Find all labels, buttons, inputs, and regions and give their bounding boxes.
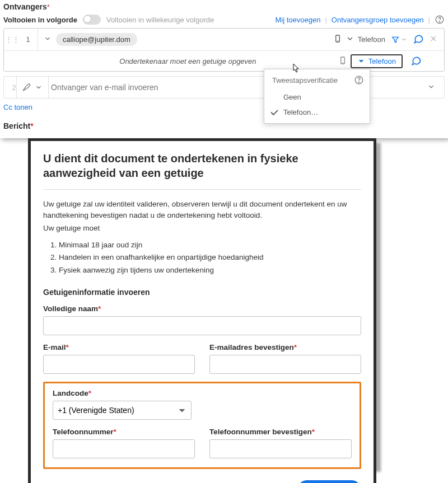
add-recipient-group-link[interactable]: Ontvangersgroep toevoegen (332, 16, 424, 24)
recipient-email-chip[interactable]: calliope@jupiter.dom (56, 33, 137, 46)
tsv-option-phone[interactable]: Telefoon… (264, 105, 370, 120)
close-icon[interactable] (430, 35, 437, 44)
email-confirm-input[interactable] (209, 355, 361, 374)
chevron-down-icon[interactable] (346, 34, 354, 45)
full-name-input[interactable] (43, 316, 361, 335)
drag-handle-icon[interactable]: ⋮⋮ (7, 35, 17, 44)
phone-label: Telefoonnummer (53, 428, 114, 436)
modal-title: U dient dit document te ondertekenen in … (43, 151, 361, 180)
svg-point-10 (358, 82, 359, 82)
tsv-title: Tweestapsverificatie (272, 76, 338, 85)
help-icon[interactable] (435, 15, 445, 25)
help-icon[interactable] (354, 75, 364, 85)
country-code-select[interactable]: +1 (Verenigde Staten) (53, 401, 192, 420)
witness-auth-label: Telefoon (368, 57, 396, 65)
message-label: Bericht (3, 121, 30, 130)
filter-icon[interactable] (391, 35, 407, 44)
tsv-option-none[interactable]: Geen (264, 90, 370, 105)
recipient-order-number: 1 (22, 35, 34, 44)
recipient-order-number: 2 (4, 83, 16, 92)
recipients-label: Ontvangers (3, 2, 47, 11)
email-input[interactable] (43, 355, 195, 374)
email-confirm-label: E-mailadres bevestigen (209, 343, 294, 351)
cursor-icon (290, 63, 301, 75)
witness-info-heading: Getuigeninformatie invoeren (43, 288, 361, 297)
continue-button[interactable]: Doorgaan (297, 480, 361, 483)
chevron-down-icon[interactable] (35, 83, 43, 91)
recipient-row: 2 (3, 76, 445, 99)
country-code-label: Landcode (53, 389, 88, 397)
email-label: E-mail (43, 343, 66, 351)
modal-paragraph: Uw getuige moet (43, 223, 361, 234)
witness-modal: U dient dit document te ondertekenen in … (28, 138, 376, 483)
phone-input[interactable] (53, 439, 195, 458)
svg-marker-4 (393, 37, 399, 42)
witness-row: Ondertekenaar moet een getuige opgeven T… (4, 51, 444, 71)
recipient-row: ⋮⋮ 1 calliope@jupiter.dom Telefoon (4, 29, 444, 51)
order-toggle[interactable] (83, 15, 101, 25)
modal-requirement-item: Minimaal 18 jaar oud zijn (59, 240, 361, 251)
phone-confirm-input[interactable] (209, 439, 352, 458)
auth-method-label: Telefoon (358, 35, 385, 44)
add-me-link[interactable]: Mij toevoegen (275, 16, 320, 24)
recipient-role-dropdown[interactable] (44, 35, 52, 44)
random-order-label: Voltooien in willekeurige volgorde (106, 16, 214, 24)
chevron-down-icon[interactable] (418, 83, 444, 92)
modal-paragraph: Uw getuige zal uw identiteit valideren, … (43, 199, 361, 221)
svg-point-1 (439, 21, 440, 22)
phone-icon (333, 34, 342, 45)
required-mark: * (47, 3, 50, 11)
pen-icon[interactable] (22, 82, 32, 93)
show-cc-link[interactable]: Cc tonen (3, 103, 32, 111)
modal-requirement-item: Handelen in een onafhankelijke en onpart… (59, 252, 361, 263)
phone-confirm-label: Telefoonnummer bevestigen (209, 428, 312, 436)
complete-in-order-label: Voltooien in volgorde (3, 16, 77, 24)
modal-requirement-item: Fysiek aanwezig zijn tijdens uw ondertek… (59, 265, 361, 276)
phone-highlight-box: Landcode* +1 (Verenigde Staten) Telefoon… (43, 382, 361, 469)
two-step-verification-menu: Tweestapsverificatie Geen Telefoon… (264, 69, 370, 124)
private-message-icon[interactable] (413, 33, 424, 46)
private-message-icon[interactable] (403, 55, 430, 68)
witness-auth-dropdown[interactable]: Telefoon (351, 54, 403, 68)
full-name-label: Volledige naam (43, 304, 98, 313)
phone-icon (338, 56, 351, 67)
